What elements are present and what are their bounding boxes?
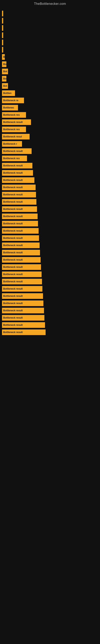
bar-label: Bottleneck result [3, 258, 23, 261]
bar-item: Bottleneck result [2, 257, 41, 263]
bar-item [2, 25, 3, 31]
bar-label: Bottleneck result [3, 266, 23, 268]
bar-item: Bottleneck result [2, 221, 38, 226]
bar-row: Bottleneck result [2, 221, 100, 226]
bars-container: BBoBotBoBotBottlenBottleneck reBottlenec… [0, 7, 100, 339]
bar-row: Bottleneck result [2, 206, 100, 212]
bar-item: Bottleneck re [2, 98, 24, 103]
bar-label: Bottleneck result [3, 280, 23, 283]
bar-row: Bottleneck result [2, 163, 100, 168]
bar-label: Bottleneck res [3, 157, 20, 160]
bar-item: Bottleneck result [2, 228, 39, 234]
bar-label: Bottleneck result [3, 222, 23, 225]
bar-row: Bot [2, 69, 100, 74]
bar-row [2, 11, 100, 16]
bar-label: Bo [3, 77, 6, 80]
bar-row: Bottleneck res [2, 156, 100, 161]
bar-item: Bot [2, 83, 8, 89]
bar-item: Bottleneck result [2, 250, 40, 256]
bar-label: Bottleneck result [3, 208, 23, 210]
bar-item: Bottlenec [2, 105, 18, 110]
bar-item: Bottleneck result [2, 315, 44, 320]
bar-item: Bo [2, 76, 6, 82]
bar-item: Bottleneck result [2, 177, 34, 183]
bar-row: Bottleneck result [2, 148, 100, 154]
bar-item: Bottleneck result [2, 206, 37, 212]
bar-row [2, 25, 100, 31]
bar-row: Bottleneck resul [2, 134, 100, 140]
bar-item: Bottleneck result [2, 170, 33, 176]
bar-row: Bottleneck result [2, 279, 100, 284]
site-title: TheBottlenecker.com [0, 0, 100, 7]
bar-row: Bottleneck result [2, 192, 100, 198]
bar-label: Bottleneck res [3, 114, 20, 116]
bar-item [2, 47, 3, 52]
bar-row: Bottleneck result [2, 257, 100, 263]
bar-item: Bottleneck result [2, 279, 42, 284]
bar-row [2, 32, 100, 38]
bar-label: Bo [3, 63, 6, 66]
bar-label: Bottlenec [3, 106, 14, 109]
bar-item: Bottleneck res [2, 156, 27, 161]
bar-item: Bottleneck r [2, 141, 22, 147]
bar-row: Bottleneck result [2, 286, 100, 292]
bar-row: Bottleneck result [2, 119, 100, 125]
bar-label: Bottleneck result [3, 215, 23, 218]
bar-item: Bottleneck result [2, 308, 44, 313]
bar-item: Bottleneck result [2, 286, 42, 292]
bar-label: Bottleneck result [3, 193, 23, 196]
bar-row: Bottleneck r [2, 141, 100, 147]
bar-row [2, 18, 100, 24]
bar-label: Bottleneck result [3, 237, 23, 240]
bar-item: Bottleneck result [2, 293, 43, 299]
bar-item [2, 11, 3, 16]
bar-label: Bottleneck re [3, 99, 18, 102]
bar-row: Bottlen [2, 90, 100, 96]
bar-item: Bottleneck result [2, 119, 31, 125]
bar-row: Bottleneck result [2, 300, 100, 306]
bar-label: Bottleneck r [3, 142, 17, 145]
bar-row: Bottleneck result [2, 235, 100, 241]
bar-row: Bottleneck res [2, 126, 100, 132]
bar-item: Bottleneck result [2, 148, 32, 154]
bar-label: Bottleneck result [3, 331, 23, 334]
bar-item [2, 32, 3, 38]
bar-row: Bottleneck result [2, 293, 100, 299]
bar-row [2, 40, 100, 45]
bar-label: Bottleneck result [3, 273, 23, 276]
bar-label: Bottleneck result [3, 230, 23, 232]
bar-label: Bottleneck result [3, 309, 23, 312]
bar-label: Bottleneck result [3, 200, 23, 203]
bar-row: Bottleneck result [2, 330, 100, 335]
bar-row: B [2, 54, 100, 60]
bar-item [2, 40, 3, 45]
bar-label: B [3, 56, 5, 58]
bar-label: Bottleneck result [3, 302, 23, 305]
bar-item: Bottleneck result [2, 242, 40, 248]
bar-item: B [2, 54, 5, 60]
bar-item: Bottleneck result [2, 192, 36, 198]
bar-item: Bottleneck result [2, 330, 46, 335]
bar-row: Bottleneck res [2, 112, 100, 118]
bar-label: Bottleneck result [3, 121, 23, 124]
bar-item: Bottleneck result [2, 300, 43, 306]
bar-row: Bottleneck result [2, 315, 100, 320]
bar-item: Bottleneck result [2, 322, 45, 328]
bar-label: Bottleneck resul [3, 135, 22, 138]
bar-item: Bottlen [2, 90, 15, 96]
bar-label: Bottleneck result [3, 324, 23, 326]
bar-item: Bottleneck resul [2, 134, 30, 140]
bar-item: Bottleneck result [2, 163, 32, 168]
bar-row: Bottleneck result [2, 250, 100, 256]
bar-label: Bottleneck result [3, 251, 23, 254]
bar-label: Bottleneck result [3, 186, 23, 189]
bar-row: Bottleneck result [2, 228, 100, 234]
bar-label: Bottlen [3, 92, 11, 94]
bar-row: Bottleneck re [2, 98, 100, 103]
bar-label: Bottleneck result [3, 316, 23, 319]
bar-row: Bot [2, 83, 100, 89]
bar-row: Bottleneck result [2, 242, 100, 248]
bar-item: Bottleneck result [2, 214, 38, 219]
bar-item: Bottleneck res [2, 112, 26, 118]
bar-item [2, 18, 3, 24]
